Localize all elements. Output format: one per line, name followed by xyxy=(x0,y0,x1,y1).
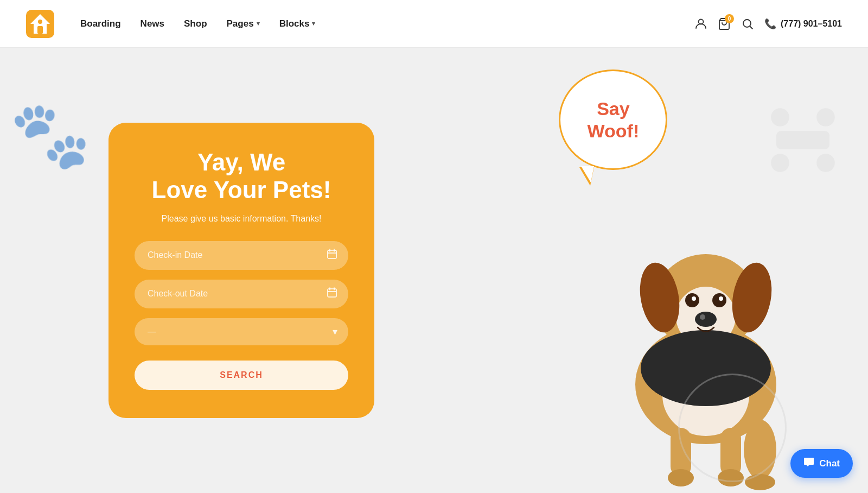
watermark-deco: 🐾 xyxy=(10,102,91,167)
hero-illustration: Say Woof! xyxy=(374,48,868,493)
svg-point-36 xyxy=(816,108,835,127)
svg-point-37 xyxy=(771,154,789,172)
cart-button[interactable]: 0 xyxy=(718,17,731,30)
checkin-calendar-icon xyxy=(327,249,337,262)
svg-point-23 xyxy=(685,293,699,307)
svg-point-31 xyxy=(668,469,694,486)
svg-point-27 xyxy=(695,312,717,327)
svg-point-28 xyxy=(700,314,705,320)
booking-form-card: Yay, We Love Your Pets! Please give us b… xyxy=(108,123,374,418)
phone-link[interactable]: 📞 (777) 901–5101 xyxy=(764,18,842,30)
svg-point-25 xyxy=(692,296,696,301)
bone-deco xyxy=(765,102,841,178)
svg-rect-2 xyxy=(37,26,43,34)
svg-point-3 xyxy=(38,20,42,24)
header-actions: 0 📞 (777) 901–5101 xyxy=(695,17,842,30)
site-header: Boarding News Shop Pages ▾ Blocks ▾ xyxy=(0,0,868,48)
phone-icon: 📞 xyxy=(764,18,776,30)
svg-point-35 xyxy=(771,108,789,127)
dog-illustration xyxy=(565,156,847,493)
checkout-input[interactable] xyxy=(148,289,327,299)
nav-pages[interactable]: Pages ▾ xyxy=(227,18,260,29)
chat-button[interactable]: Chat xyxy=(790,449,853,478)
checkin-field[interactable] xyxy=(135,241,348,270)
service-select[interactable]: — ▾ xyxy=(135,318,348,345)
service-dropdown-icon: ▾ xyxy=(333,326,337,338)
checkout-field[interactable] xyxy=(135,280,348,308)
search-button[interactable] xyxy=(742,18,754,30)
svg-point-32 xyxy=(718,469,744,486)
svg-rect-39 xyxy=(776,131,829,149)
hero-subtitle: Please give us basic information. Thanks… xyxy=(135,214,348,224)
user-button[interactable] xyxy=(695,18,707,30)
chat-bubble-icon xyxy=(803,457,814,470)
svg-rect-12 xyxy=(328,289,336,297)
svg-point-38 xyxy=(816,154,835,172)
chat-label: Chat xyxy=(819,458,840,469)
cart-badge: 0 xyxy=(725,14,734,23)
svg-point-26 xyxy=(719,296,723,301)
pages-chevron-icon: ▾ xyxy=(257,20,260,27)
service-select-value: — xyxy=(148,327,156,337)
svg-point-22 xyxy=(641,330,771,406)
main-nav: Boarding News Shop Pages ▾ Blocks ▾ xyxy=(80,18,695,29)
phone-number: (777) 901–5101 xyxy=(781,19,842,29)
hero-section: 🐾 Yay, We Love Your Pets! Please give us… xyxy=(0,48,868,493)
svg-line-7 xyxy=(750,26,753,29)
checkin-input[interactable] xyxy=(148,250,327,260)
nav-blocks[interactable]: Blocks ▾ xyxy=(279,18,316,29)
nav-boarding[interactable]: Boarding xyxy=(80,18,121,29)
blocks-chevron-icon: ▾ xyxy=(312,20,315,27)
logo[interactable] xyxy=(26,10,54,38)
nav-shop[interactable]: Shop xyxy=(184,18,207,29)
checkout-calendar-icon xyxy=(327,287,337,301)
svg-rect-8 xyxy=(328,250,336,258)
svg-point-34 xyxy=(745,474,775,490)
svg-point-33 xyxy=(744,420,776,479)
speech-bubble: Say Woof! xyxy=(559,69,667,170)
hero-title: Yay, We Love Your Pets! xyxy=(135,149,348,204)
speech-text: Say Woof! xyxy=(588,98,640,142)
svg-point-24 xyxy=(712,293,726,307)
search-button-main[interactable]: search xyxy=(135,361,348,390)
nav-news[interactable]: News xyxy=(141,18,164,29)
